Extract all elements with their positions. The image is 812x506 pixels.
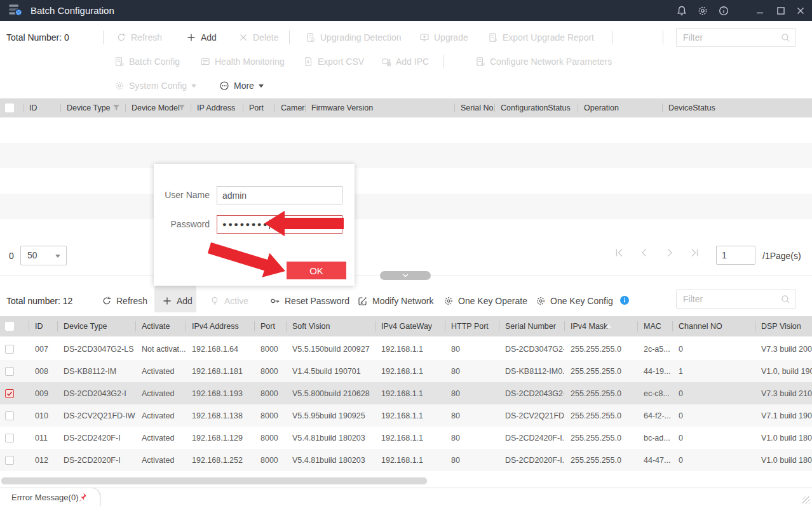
row-checkbox[interactable] — [5, 367, 14, 376]
upgrade-button[interactable]: Upgrade — [419, 27, 468, 48]
info-icon[interactable] — [718, 5, 729, 17]
cell-ipv4-mask: 255.255.255.0 — [564, 404, 637, 427]
last-page-button[interactable] — [690, 248, 705, 262]
username-field[interactable]: admin — [217, 186, 342, 204]
health-monitoring-button[interactable]: Health Monitoring — [200, 51, 285, 72]
column-header-dsp-vision[interactable]: DSP Vision — [755, 316, 812, 336]
panel-collapse-handle[interactable] — [380, 271, 431, 280]
cell-activate-status: Activated — [135, 382, 186, 404]
one-key-operate-button[interactable]: One Key Operate — [443, 290, 527, 312]
upgrading-detection-button[interactable]: Upgrading Detection — [306, 27, 402, 48]
column-header-port[interactable]: Port — [243, 98, 274, 117]
monitor-lines-icon — [200, 57, 210, 67]
cell-soft-vision: V5.5.150build 200927 — [286, 338, 375, 360]
filter-funnel-icon[interactable] — [112, 104, 120, 114]
more-button[interactable]: More — [219, 75, 264, 97]
close-button[interactable] — [795, 5, 806, 17]
chevron-down-icon — [259, 84, 264, 88]
previous-page-button[interactable] — [639, 248, 654, 262]
column-header-soft-vision[interactable]: Soft Vision — [286, 316, 375, 336]
chevron-down-icon — [191, 84, 196, 88]
column-header-firmware-version[interactable]: Firmware Version — [305, 98, 454, 117]
table-row[interactable]: 010 DS-2CV2Q21FD-IW Activated 192.168.1.… — [0, 404, 812, 427]
one-key-config-button[interactable]: One Key Config — [536, 290, 613, 312]
column-header-mac[interactable]: MAC — [637, 316, 672, 336]
error-message-tab[interactable]: Errror Message(0) — [0, 488, 100, 506]
horizontal-scrollbar-thumb[interactable] — [1, 477, 427, 484]
row-checkbox[interactable] — [5, 434, 14, 443]
select-all-checkbox[interactable] — [5, 103, 14, 112]
table-row-selected[interactable]: 009 DS-2CD2043G2-I Activated 192.168.1.1… — [0, 382, 812, 404]
column-header-configuration-status[interactable]: ConfigurationStatus — [494, 98, 578, 117]
column-header-serial-no[interactable]: Serial No. — [454, 98, 494, 117]
cell-ipv4-address: 192.168.1.138 — [186, 404, 254, 427]
first-page-button[interactable] — [614, 248, 629, 262]
add-button[interactable]: Add — [186, 27, 217, 48]
table-row[interactable]: 011 DS-2CD2420F-I Activated 192.168.1.12… — [0, 427, 812, 449]
configure-network-parameters-button[interactable]: Configure Network Parameters — [475, 51, 612, 72]
upper-table-header: ID Device Type Device Model IP Address P… — [0, 98, 812, 117]
separator — [289, 30, 290, 44]
page-size-select[interactable]: 50 — [20, 246, 67, 265]
active-button[interactable]: Active — [210, 290, 248, 312]
column-header-ipv4-gateway[interactable]: IPv4 GateWay — [375, 316, 445, 336]
password-field[interactable]: ●●●●●●●● — [217, 215, 342, 234]
refresh-devices-button[interactable]: Refresh — [102, 290, 147, 312]
column-header-activate[interactable]: Activate — [135, 316, 186, 336]
column-header-ipv4-mask[interactable]: IPv4 Mask — [564, 316, 637, 336]
modify-network-button[interactable]: Modify Network — [358, 290, 433, 312]
column-header-http-port[interactable]: HTTP Port — [445, 316, 499, 336]
table-row[interactable]: 012 DS-2CD2020F-I Activated 192.168.1.25… — [0, 449, 812, 471]
upper-filter-input[interactable] — [677, 29, 795, 46]
column-header-id[interactable]: ID — [23, 98, 60, 117]
cell-channel-no: 0 — [672, 382, 755, 404]
cell-id: 010 — [29, 404, 57, 427]
add-device-button[interactable]: Add — [162, 290, 193, 312]
column-header-device-model[interactable]: Device Model — [125, 98, 191, 117]
export-csv-button[interactable]: Export CSV — [303, 51, 364, 72]
row-checkbox-checked[interactable] — [5, 389, 14, 398]
one-key-config-info-icon[interactable] — [619, 295, 630, 305]
column-header-camera[interactable]: Camera — [274, 98, 305, 117]
select-all-checkbox[interactable] — [5, 322, 14, 331]
add-ipc-button[interactable]: Add IPC — [381, 51, 429, 72]
filter-funnel-icon[interactable] — [178, 104, 186, 114]
column-header-device-status[interactable]: DeviceStatus — [662, 98, 812, 117]
column-header-operation[interactable]: Operation — [578, 98, 662, 117]
column-header-device-type[interactable]: Device Type — [60, 98, 125, 117]
ok-button[interactable]: OK — [287, 262, 346, 279]
maximize-button[interactable] — [775, 5, 787, 17]
pushpin-icon[interactable] — [78, 492, 88, 502]
batch-config-button[interactable]: Batch Config — [114, 51, 180, 72]
column-header-channel-no[interactable]: Channel NO — [672, 316, 755, 336]
column-header-serial-number[interactable]: Serial Number — [499, 316, 564, 336]
refresh-button[interactable]: Refresh — [116, 27, 162, 48]
table-row[interactable]: 007 DS-2CD3047G2-LS Not activat... 192.1… — [0, 338, 812, 360]
column-header-device-type[interactable]: Device Type — [57, 316, 135, 336]
minimize-button[interactable] — [754, 5, 766, 17]
cell-ipv4-gateway: 192.168.1.1 — [375, 360, 445, 382]
next-page-button[interactable] — [665, 248, 680, 262]
monitor-up-icon — [419, 32, 430, 43]
cell-device-type: DS-2CD3047G2-LS — [57, 338, 135, 360]
export-upgrade-report-button[interactable]: Export Upgrade Report — [488, 27, 594, 48]
column-header-ipv4-address[interactable]: IPv4 Address — [186, 316, 254, 336]
page-number-input[interactable] — [716, 246, 755, 265]
system-config-button[interactable]: System Config — [114, 75, 196, 97]
row-checkbox[interactable] — [5, 411, 14, 420]
delete-button[interactable]: Delete — [238, 27, 278, 48]
lower-filter-input[interactable] — [677, 290, 795, 308]
reset-password-button[interactable]: Reset Password — [270, 290, 349, 312]
cell-device-type: DS-2CV2Q21FD-IW — [57, 404, 135, 427]
column-header-id[interactable]: ID — [29, 316, 57, 336]
cell-dsp-vision: V1.0 build 180 — [755, 427, 812, 449]
lower-total-count: Total number: 12 — [6, 290, 72, 312]
column-header-port[interactable]: Port — [254, 316, 286, 336]
row-checkbox[interactable] — [5, 456, 14, 465]
notification-bell-icon[interactable] — [676, 5, 687, 17]
column-header-ip-address[interactable]: IP Address — [191, 98, 243, 117]
table-row[interactable]: 008 DS-KB8112-IM Activated 192.168.1.181… — [0, 360, 812, 382]
window-resize-grip[interactable] — [802, 496, 810, 504]
row-checkbox[interactable] — [5, 345, 14, 354]
settings-gear-icon[interactable] — [697, 5, 708, 17]
